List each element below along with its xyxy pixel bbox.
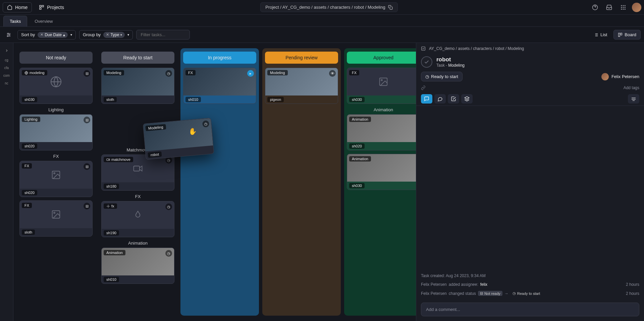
top-right [590, 2, 641, 13]
task-card[interactable]: modeling ⊟ sh030 [19, 68, 93, 104]
home-label: Home [15, 5, 28, 10]
remove-icon[interactable]: ✕ [106, 33, 109, 37]
task-card[interactable]: matchmove ◷ sh180 [101, 154, 174, 191]
card-thumb: matchmove ◷ [102, 155, 174, 182]
svg-point-39 [108, 206, 109, 207]
check-icon [424, 59, 429, 65]
expand-sidebar[interactable] [2, 46, 12, 55]
group-title: Lighting [19, 107, 93, 112]
help-button[interactable] [590, 2, 600, 13]
inbox-button[interactable] [604, 2, 614, 13]
svg-rect-42 [422, 47, 425, 51]
side-item[interactable]: com [2, 73, 11, 78]
apps-button[interactable] [618, 2, 629, 13]
dtab-menu[interactable] [628, 94, 639, 104]
tab-tasks[interactable]: Tasks [3, 16, 27, 26]
sort-group[interactable]: Sort by ✕Due Date▴ ▾ [17, 30, 76, 40]
image-icon [51, 209, 61, 219]
task-card[interactable]: Animation sh030 [347, 154, 416, 190]
filter-input[interactable] [136, 30, 190, 40]
assignee-avatar [601, 73, 609, 80]
svg-point-34 [54, 173, 55, 174]
dtab-activity[interactable] [434, 94, 446, 104]
task-card[interactable]: FX ⊟ sloth [19, 200, 93, 237]
task-card[interactable]: FX ▸ sh010 [183, 68, 256, 104]
projects-button[interactable]: Projects [35, 2, 68, 12]
toolbar: Sort by ✕Due Date▴ ▾ Group by ✕Type▾ ▾ L… [0, 27, 644, 43]
dtab-checklist[interactable] [448, 94, 459, 104]
card-tag: Modeling [104, 70, 124, 75]
sort-label: Sort by [21, 32, 35, 37]
svg-rect-38 [134, 166, 140, 171]
status-toggle[interactable] [421, 56, 432, 68]
card-status-icon: ⊟ [84, 203, 90, 209]
board-view-button[interactable]: Board [613, 30, 641, 40]
side-item[interactable]: cg [3, 58, 10, 63]
clock-icon: ◷ [202, 120, 210, 128]
card-tag: Animation [104, 250, 125, 255]
task-card[interactable]: Modeling 👁 pigeon [265, 68, 338, 104]
list-view-button[interactable]: List [589, 30, 611, 40]
svg-point-41 [381, 79, 382, 81]
image-icon [51, 170, 61, 180]
card-chip: sh030 [349, 97, 365, 102]
svg-rect-28 [621, 33, 622, 35]
dtab-comments[interactable] [421, 94, 432, 104]
chevron-down-icon: ▾ [120, 33, 122, 37]
dtab-layers[interactable] [461, 94, 473, 104]
dragging-card[interactable]: Modeling ◷ robot [143, 118, 214, 159]
card-chip: sh010 [104, 277, 119, 282]
video-icon [106, 158, 110, 162]
column-header: Pending review [265, 52, 338, 64]
svg-marker-43 [465, 97, 469, 99]
task-card[interactable]: FX sh030 [347, 68, 416, 104]
card-chip: sh020 [349, 143, 365, 149]
card-thumb: FX [347, 68, 416, 95]
group-chip[interactable]: ✕Type▾ [103, 32, 125, 38]
card-chip: sloth [104, 97, 117, 102]
task-card[interactable]: Lighting ⊟ sh020 [19, 114, 93, 150]
svg-rect-3 [390, 7, 392, 9]
side-item[interactable]: nc [3, 81, 10, 86]
remove-icon[interactable]: ✕ [40, 33, 43, 37]
card-chip: sh010 [185, 97, 201, 102]
card-status-icon: ⊟ [84, 163, 90, 170]
tab-overview[interactable]: Overview [29, 16, 59, 26]
sort-chip[interactable]: ✕Due Date▴ [38, 32, 68, 38]
task-card[interactable]: Animation ◷ sh010 [101, 248, 174, 284]
card-chip: robot [148, 151, 162, 158]
chevron-down-icon[interactable]: ▾ [70, 33, 72, 37]
side-item[interactable]: cfa [3, 65, 10, 70]
column-ready: Ready to start Modeling ◷ sloth Matchmov… [99, 48, 177, 316]
home-button[interactable]: Home [3, 2, 32, 12]
comment-input[interactable]: Add a comment... [421, 303, 639, 316]
copy-icon[interactable] [388, 5, 393, 10]
card-thumb: Animation [347, 115, 416, 142]
card-tag: FX [349, 70, 359, 75]
user-avatar[interactable] [632, 3, 641, 12]
eye-icon: 👁 [329, 70, 336, 77]
clock-icon: ◷ [165, 203, 172, 210]
chat-icon [424, 96, 429, 102]
status-pill[interactable]: ◷ Ready to start [421, 72, 463, 81]
breadcrumb[interactable]: Project / AY_CG_demo / assets / characte… [260, 2, 397, 12]
link-icon[interactable] [421, 85, 426, 90]
chevron-down-icon[interactable]: ▾ [127, 33, 129, 37]
assignee[interactable]: Felix Petersen [601, 73, 639, 80]
status-mini-to: ◷ Ready to start [511, 291, 542, 296]
task-card[interactable]: Modeling ◷ sloth [101, 68, 174, 104]
settings-toggle[interactable] [3, 29, 14, 40]
image-icon [378, 77, 388, 87]
group-title: FX [101, 194, 174, 199]
task-card[interactable]: fx ◷ sh190 [101, 201, 174, 237]
arrow-icon: → [504, 291, 508, 296]
task-card[interactable]: FX ⊟ sh020 [19, 161, 93, 197]
sliders-icon [6, 32, 11, 38]
status-mini-from: ⊟ Not ready [478, 291, 502, 296]
main: cg cfa com nc Not ready modeling ⊟ sh030… [0, 43, 644, 321]
group-group[interactable]: Group by ✕Type▾ ▾ [79, 30, 133, 40]
task-card[interactable]: Animation sh020 [347, 114, 416, 150]
add-tags[interactable]: Add tags [624, 85, 639, 90]
board-area: Not ready modeling ⊟ sh030 Lighting Ligh… [13, 43, 416, 321]
card-thumb: modeling ⊟ [20, 68, 92, 95]
